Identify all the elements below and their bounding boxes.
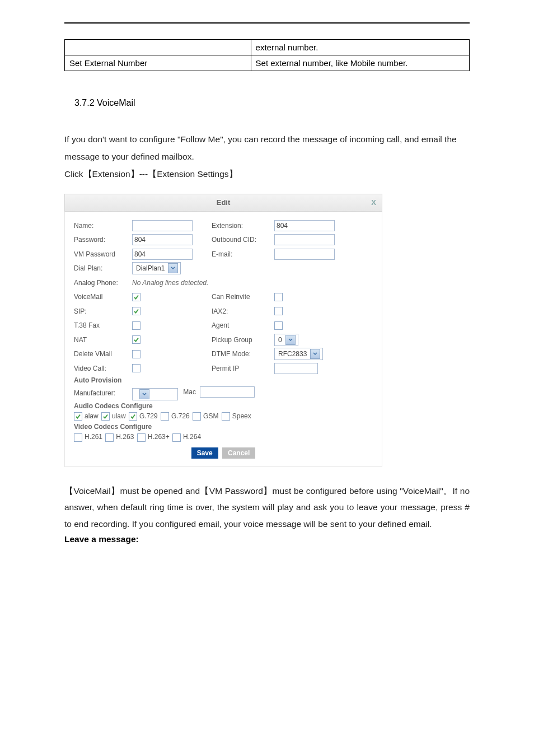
audio-codec-g729-checkbox[interactable] xyxy=(129,412,137,421)
audio-codec-alaw-checkbox[interactable] xyxy=(74,412,82,421)
video-codec-h261-label: H.261 xyxy=(85,433,104,441)
email-input[interactable] xyxy=(274,249,335,260)
audio-codec-alaw-label: alaw xyxy=(85,412,100,420)
video-codecs-row: H.261 H.263 H.263+ H.264 xyxy=(74,433,373,441)
can-reinvite-checkbox[interactable] xyxy=(274,293,283,301)
audio-codec-g729-label: G.729 xyxy=(139,412,160,420)
can-reinvite-label: Can Reinvite xyxy=(212,293,274,301)
pickup-group-label: Pickup Group xyxy=(212,336,274,344)
email-label: E-mail: xyxy=(212,250,274,258)
section-heading: 3.7.2 VoiceMail xyxy=(74,98,470,108)
audio-codec-gsm-checkbox[interactable] xyxy=(193,412,201,421)
video-codec-h261-checkbox[interactable] xyxy=(74,433,82,442)
video-call-checkbox[interactable] xyxy=(132,364,140,372)
password-input[interactable] xyxy=(132,234,193,245)
click-instruction: Click【Extension】---【Extension Settings】 xyxy=(64,165,470,183)
audio-codecs-row: alaw ulaw G.729 G.726 GSM Speex xyxy=(74,412,373,421)
iax2-label: IAX2: xyxy=(212,307,274,315)
sip-label: SIP: xyxy=(74,307,132,315)
audio-codec-speex-label: Speex xyxy=(232,412,251,420)
audio-codec-ulaw-checkbox[interactable] xyxy=(101,412,110,421)
video-codec-h263+-label: H.263+ xyxy=(148,433,171,441)
audio-codec-gsm-label: GSM xyxy=(203,412,221,420)
sip-checkbox[interactable] xyxy=(132,307,140,315)
nat-checkbox[interactable] xyxy=(132,335,140,344)
cancel-button[interactable]: Cancel xyxy=(222,447,255,459)
vm-password-input[interactable] xyxy=(132,249,193,260)
extension-input[interactable] xyxy=(274,220,335,231)
edit-title-bar: Edit X xyxy=(64,194,382,212)
chevron-down-icon xyxy=(285,335,296,345)
dtmf-mode-select[interactable]: RFC2833 xyxy=(274,348,323,360)
post-paragraph: 【VoiceMail】must be opened and【VM Passwor… xyxy=(64,483,470,532)
audio-codecs-heading: Audio Codecs Configure xyxy=(74,402,373,410)
agent-label: Agent xyxy=(212,321,274,329)
permit-ip-label: Permit IP xyxy=(212,365,274,372)
video-codec-h264-label: H.264 xyxy=(183,433,201,441)
auto-provision-heading: Auto Provision xyxy=(74,376,373,384)
audio-codec-speex-checkbox[interactable] xyxy=(222,412,230,421)
extension-label: Extension: xyxy=(212,222,274,230)
edit-title: Edit xyxy=(217,198,231,207)
save-button[interactable]: Save xyxy=(191,447,218,459)
video-codec-h263-label: H.263 xyxy=(116,433,135,441)
analog-phone-value: No Analog lines detected. xyxy=(132,279,208,287)
table-cell: Set External Number xyxy=(65,55,251,71)
dial-plan-label: Dial Plan: xyxy=(74,264,132,272)
video-codec-h263+-checkbox[interactable] xyxy=(137,433,146,442)
audio-codec-g726-label: G.726 xyxy=(171,412,191,420)
close-icon[interactable]: X xyxy=(371,194,376,211)
mac-input[interactable] xyxy=(200,386,255,398)
audio-codec-ulaw-label: ulaw xyxy=(112,412,128,420)
t38fax-checkbox[interactable] xyxy=(132,321,140,330)
manufacturer-label: Manufacturer: xyxy=(74,389,132,397)
manufacturer-select[interactable] xyxy=(132,388,178,400)
edit-dialog: Edit X Name: Extension: Password: Outbou… xyxy=(64,194,382,467)
external-number-table: external number. Set External Number Set… xyxy=(64,39,470,71)
vm-password-label: VM Password xyxy=(74,250,132,258)
outbound-cid-label: Outbound CID: xyxy=(212,236,274,244)
dtmf-mode-label: DTMF Mode: xyxy=(212,350,274,358)
t38fax-label: T.38 Fax xyxy=(74,321,132,329)
voicemail-checkbox[interactable] xyxy=(132,293,140,301)
pickup-group-select[interactable]: 0 xyxy=(274,334,298,346)
audio-codec-g726-checkbox[interactable] xyxy=(161,412,169,421)
dial-plan-select[interactable]: DialPlan1 xyxy=(132,262,181,274)
video-call-label: Video Call: xyxy=(74,365,132,372)
chevron-down-icon xyxy=(168,263,178,273)
delete-vmail-label: Delete VMail xyxy=(74,350,132,358)
table-cell: Set external number, like Mobile number. xyxy=(251,55,469,71)
leave-message-heading: Leave a message: xyxy=(64,534,470,544)
iax2-checkbox[interactable] xyxy=(274,307,283,315)
chevron-down-icon xyxy=(310,349,320,359)
name-input[interactable] xyxy=(132,220,193,231)
outbound-cid-input[interactable] xyxy=(274,234,335,245)
voicemail-label: VoiceMail xyxy=(74,293,132,301)
chevron-down-icon xyxy=(139,389,149,399)
intro-paragraph: If you don't want to configure "Follow M… xyxy=(64,130,470,165)
nat-label: NAT xyxy=(74,336,132,344)
name-label: Name: xyxy=(74,222,132,230)
permit-ip-input[interactable] xyxy=(274,363,318,374)
password-label: Password: xyxy=(74,236,132,244)
video-codecs-heading: Video Codecs Configure xyxy=(74,423,373,431)
table-cell: external number. xyxy=(251,40,469,55)
analog-phone-label: Analog Phone: xyxy=(74,279,132,287)
delete-vmail-checkbox[interactable] xyxy=(132,350,140,358)
video-codec-h264-checkbox[interactable] xyxy=(172,433,181,442)
video-codec-h263-checkbox[interactable] xyxy=(105,433,114,442)
agent-checkbox[interactable] xyxy=(274,321,283,330)
mac-label: Mac xyxy=(183,388,196,396)
